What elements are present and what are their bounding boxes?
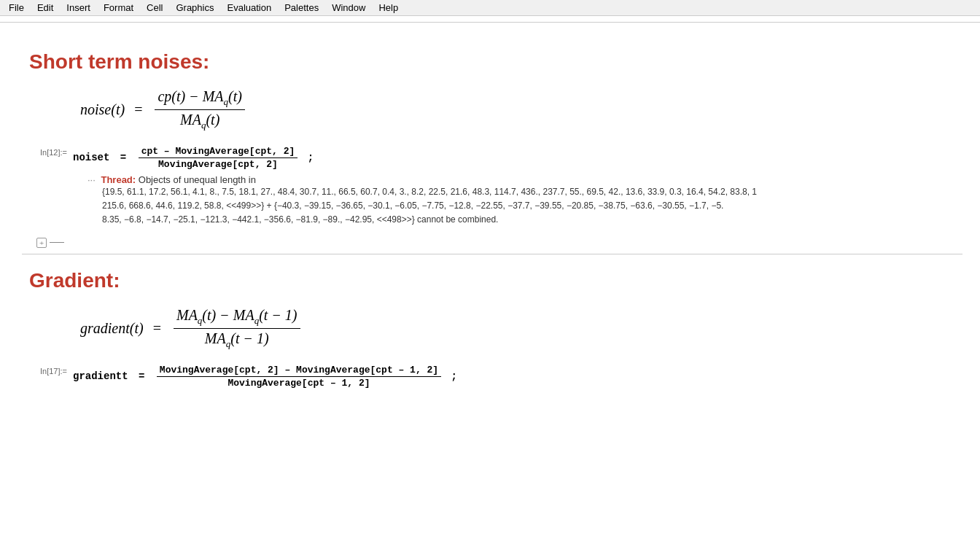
- cell-row-12: In[12]:= noiset = cpt – MovingAverage[cp…: [22, 146, 962, 232]
- menu-palettes[interactable]: Palettes: [279, 1, 324, 15]
- code-num-noise: cpt – MovingAverage[cpt, 2]: [139, 146, 298, 158]
- menu-window[interactable]: Window: [326, 1, 371, 15]
- msg-data-2: 215.6, 668.6, 44.6, 119.2, 58.8, <<499>>…: [102, 199, 962, 213]
- cell-label-17: In[17]:=: [22, 365, 73, 376]
- code-semi-noise: ;: [308, 152, 314, 163]
- menu-insert[interactable]: Insert: [61, 1, 96, 15]
- top-divider: [0, 22, 980, 23]
- cell-row-17: In[17]:= gradientt = MovingAverage[cpt, …: [22, 365, 962, 389]
- formula-gradient: gradient(t) = MAq(t) − MAq(t − 1) MAq(t …: [80, 307, 962, 350]
- collapse-control-1: +: [36, 238, 962, 248]
- msg-text-thread: Objects of unequal length in: [139, 174, 256, 185]
- notebook-content: Short term noises: noise(t) = cp(t) − MA…: [0, 28, 962, 402]
- formula-gradient-lhs: gradient(t): [80, 320, 144, 336]
- formula-noise: noise(t) = cp(t) − MAq(t) MAq(t): [80, 88, 962, 131]
- code-gradientt: gradientt = MovingAverage[cpt, 2] – Movi…: [73, 365, 962, 389]
- code-semi-gradient: ;: [451, 370, 457, 382]
- code-eq: =: [120, 152, 126, 163]
- code-den-gradient: MovingAverage[cpt – 1, 2]: [225, 377, 373, 389]
- message-thread: ··· Thread: Objects of unequal length in…: [88, 174, 962, 227]
- formula-gradient-equals: =: [153, 320, 161, 336]
- menu-evaluation[interactable]: Evaluation: [221, 1, 277, 15]
- code-var-noiset: noiset: [73, 152, 109, 163]
- code-frac-gradient: MovingAverage[cpt, 2] – MovingAverage[cp…: [157, 365, 441, 389]
- formula-lhs: noise(t): [80, 101, 125, 117]
- msg-label-thread: Thread:: [101, 174, 136, 185]
- formula-fraction: cp(t) − MAq(t) MAq(t): [155, 88, 245, 131]
- formula-gradient-denominator: MAq(t − 1): [202, 329, 272, 350]
- menu-file[interactable]: File: [3, 1, 30, 15]
- menu-format[interactable]: Format: [98, 1, 139, 15]
- cell-label-12: In[12]:=: [22, 146, 73, 157]
- cell-content-17: gradientt = MovingAverage[cpt, 2] – Movi…: [73, 365, 962, 389]
- code-num-gradient: MovingAverage[cpt, 2] – MovingAverage[cp…: [157, 365, 441, 377]
- menu-help[interactable]: Help: [373, 1, 404, 15]
- section-short-term-noises: Short term noises: noise(t) = cp(t) − MA…: [22, 50, 962, 248]
- msg-data-1: {19.5, 61.1, 17.2, 56.1, 4.1, 8., 7.5, 1…: [102, 185, 962, 199]
- menu-cell[interactable]: Cell: [141, 1, 168, 15]
- msg-dots: ···: [88, 174, 96, 185]
- expand-button-1[interactable]: +: [36, 238, 47, 248]
- code-frac-noise: cpt – MovingAverage[cpt, 2] MovingAverag…: [139, 146, 298, 170]
- section-title-2: Gradient:: [29, 269, 962, 292]
- code-noiset: noiset = cpt – MovingAverage[cpt, 2] Mov…: [73, 146, 962, 170]
- formula-gradient-numerator: MAq(t) − MAq(t − 1): [174, 307, 300, 329]
- section-divider: [22, 254, 962, 254]
- menu-edit[interactable]: Edit: [31, 1, 59, 15]
- code-var-gradientt: gradientt: [73, 370, 128, 382]
- cell-content-12: noiset = cpt – MovingAverage[cpt, 2] Mov…: [73, 146, 962, 232]
- section-gradient: Gradient: gradient(t) = MAq(t) − MAq(t −…: [22, 269, 962, 389]
- formula-gradient-fraction: MAq(t) − MAq(t − 1) MAq(t − 1): [174, 307, 300, 350]
- collapse-line-1: [50, 242, 64, 243]
- code-eq-grad: =: [139, 370, 144, 382]
- formula-equals: =: [134, 101, 142, 117]
- code-den-noise: MovingAverage[cpt, 2]: [155, 158, 281, 170]
- formula-denominator: MAq(t): [177, 110, 222, 131]
- section-title-1: Short term noises:: [29, 50, 962, 74]
- menubar: File Edit Insert Format Cell Graphics Ev…: [0, 0, 980, 16]
- msg-data-3: 8.35, −6.8, −14.7, −25.1, −121.3, −442.1…: [102, 213, 962, 227]
- menu-graphics[interactable]: Graphics: [170, 1, 219, 15]
- formula-numerator: cp(t) − MAq(t): [155, 88, 245, 110]
